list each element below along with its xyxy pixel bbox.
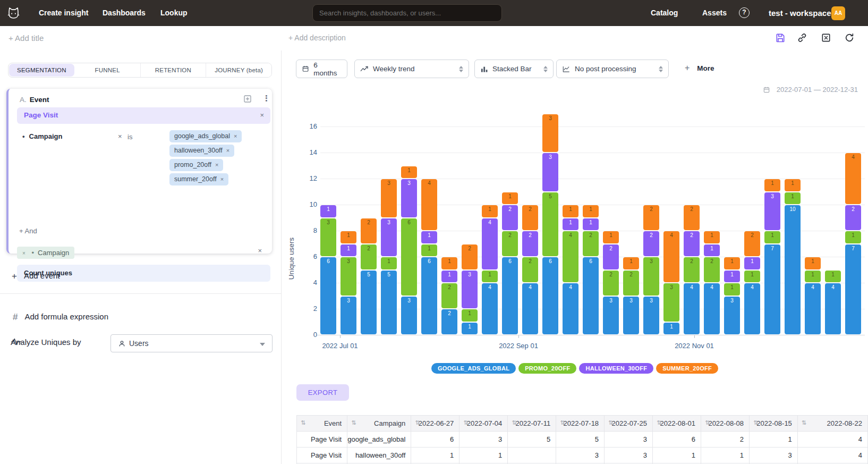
bar-segment[interactable]: 2 (684, 205, 700, 230)
bar-segment[interactable]: 1 (744, 271, 760, 283)
nav-dashboards[interactable]: Dashboards (103, 0, 146, 26)
bar-segment[interactable]: 1 (724, 283, 740, 296)
avatar[interactable]: AA (831, 6, 845, 20)
property-value-chip[interactable]: halloween_30off× (169, 145, 234, 157)
bar-segment[interactable]: 6 (542, 257, 558, 334)
bar-segment[interactable]: 1 (785, 179, 801, 191)
bar-segment[interactable]: 1 (724, 257, 740, 269)
remove-chip-icon[interactable]: × (234, 133, 237, 139)
copy-link-icon[interactable] (797, 32, 807, 43)
nav-assets[interactable]: Assets (702, 0, 727, 26)
bar-segment[interactable]: 2 (643, 231, 659, 256)
legend-pill-promo_20off[interactable]: PROMO_20OFF (518, 363, 576, 374)
bar-segment[interactable]: 1 (421, 244, 437, 257)
property-operator[interactable]: is (127, 133, 132, 141)
bar-segment[interactable]: 1 (603, 231, 619, 243)
bar-segment[interactable]: 2 (441, 283, 457, 308)
bar-segment[interactable]: 2 (462, 244, 478, 269)
breakdown-chip[interactable]: × •Campaign (17, 247, 74, 259)
bar-segment[interactable]: 4 (522, 283, 538, 334)
add-formula-button[interactable]: #Add formula expression (13, 312, 108, 323)
kebab-menu-icon[interactable]: ⋮ (262, 94, 270, 103)
bar-segment[interactable]: 6 (583, 257, 599, 334)
add-description-field[interactable]: + Add description (288, 33, 346, 42)
bar-segment[interactable]: 2 (361, 218, 377, 243)
bar-segment[interactable]: 4 (845, 153, 861, 204)
close-box-icon[interactable] (821, 32, 831, 43)
bar-segment[interactable]: 1 (724, 271, 740, 283)
bar-segment[interactable]: 7 (764, 244, 780, 335)
bar-segment[interactable]: 4 (563, 283, 578, 334)
tab-journey-beta-[interactable]: JOURNEY (beta) (206, 63, 271, 77)
bar-segment[interactable]: 2 (603, 244, 619, 269)
bar-segment[interactable]: 1 (341, 244, 356, 257)
help-icon[interactable]: ? (739, 7, 750, 18)
bar-segment[interactable]: 1 (401, 166, 417, 179)
add-event-button[interactable]: +Add event (12, 271, 60, 282)
property-value-chip[interactable]: promo_20off× (169, 159, 223, 171)
add-filter-icon[interactable] (243, 94, 252, 104)
bar-segment[interactable]: 2 (845, 205, 861, 230)
bar-segment[interactable]: 6 (421, 257, 437, 334)
bar-segment[interactable]: 4 (805, 283, 821, 334)
bar-segment[interactable]: 1 (482, 205, 498, 217)
tab-funnel[interactable]: FUNNEL (75, 63, 141, 77)
bar-segment[interactable]: 1 (482, 271, 498, 283)
bar-segment[interactable]: 1 (825, 271, 841, 283)
remove-event-icon[interactable]: × (260, 111, 264, 119)
sort-icon[interactable]: ⇅ (802, 419, 806, 426)
sort-icon[interactable]: ⇅ (301, 419, 305, 426)
nav-create-insight[interactable]: Create insight (39, 0, 88, 26)
bar-segment[interactable]: 5 (381, 271, 397, 335)
workspace-name[interactable]: test - workspace (769, 0, 831, 26)
legend-pill-summer_20off[interactable]: SUMMER_20OFF (656, 363, 718, 374)
bar-segment[interactable]: 4 (563, 231, 578, 282)
bar-segment[interactable]: 1 (704, 244, 720, 257)
bar-segment[interactable]: 3 (462, 271, 478, 309)
tab-retention[interactable]: RETENTION (141, 63, 207, 77)
remove-breakdown-icon[interactable]: × (22, 250, 25, 256)
bar-segment[interactable]: 3 (764, 192, 780, 231)
bar-segment[interactable]: 1 (462, 309, 478, 322)
bar-segment[interactable]: 3 (623, 297, 639, 335)
bar-segment[interactable]: 3 (663, 283, 679, 322)
bar-segment[interactable]: 4 (663, 231, 679, 282)
bar-segment[interactable]: 1 (744, 257, 760, 269)
bar-segment[interactable]: 1 (764, 231, 780, 243)
bar-segment[interactable]: 1 (441, 271, 457, 283)
tab-segmentation[interactable]: SEGMENTATION (9, 64, 74, 77)
bar-segment[interactable]: 2 (744, 231, 760, 256)
bar-segment[interactable]: 1 (663, 323, 679, 335)
bar-segment[interactable]: 6 (401, 218, 417, 296)
bar-segment[interactable]: 3 (542, 114, 558, 153)
remove-chip-icon[interactable]: × (215, 162, 218, 168)
bar-segment[interactable]: 3 (542, 153, 558, 191)
bar-segment[interactable]: 1 (320, 205, 336, 217)
export-button[interactable]: EXPORT (296, 384, 349, 401)
bar-segment[interactable]: 6 (320, 257, 336, 334)
remove-breakdown-row-icon[interactable]: × (258, 247, 262, 255)
analyze-by-dropdown[interactable]: Users (110, 334, 273, 352)
bar-segment[interactable]: 3 (320, 218, 336, 257)
nav-lookup[interactable]: Lookup (160, 0, 188, 26)
bar-segment[interactable]: 7 (845, 244, 861, 335)
remove-chip-icon[interactable]: × (226, 147, 229, 154)
bar-segment[interactable]: 4 (482, 218, 498, 269)
bar-segment[interactable]: 2 (361, 244, 377, 269)
bar-segment[interactable]: 1 (583, 218, 599, 231)
remove-property-icon[interactable]: × (118, 132, 122, 140)
bar-segment[interactable]: 1 (764, 179, 780, 191)
nav-catalog[interactable]: Catalog (651, 0, 678, 26)
bar-segment[interactable]: 1 (805, 257, 821, 269)
property-name[interactable]: •Campaign (22, 132, 62, 140)
bar-segment[interactable]: 1 (441, 257, 457, 269)
bar-segment[interactable]: 2 (522, 205, 538, 230)
bar-segment[interactable]: 2 (441, 309, 457, 334)
bar-segment[interactable]: 3 (341, 257, 356, 296)
bar-segment[interactable]: 3 (603, 297, 619, 335)
bar-segment[interactable]: 1 (381, 257, 397, 269)
bar-segment[interactable]: 3 (341, 297, 356, 335)
bar-segment[interactable]: 3 (381, 179, 397, 217)
bar-segment[interactable]: 2 (502, 231, 518, 256)
bar-segment[interactable]: 2 (583, 231, 599, 256)
